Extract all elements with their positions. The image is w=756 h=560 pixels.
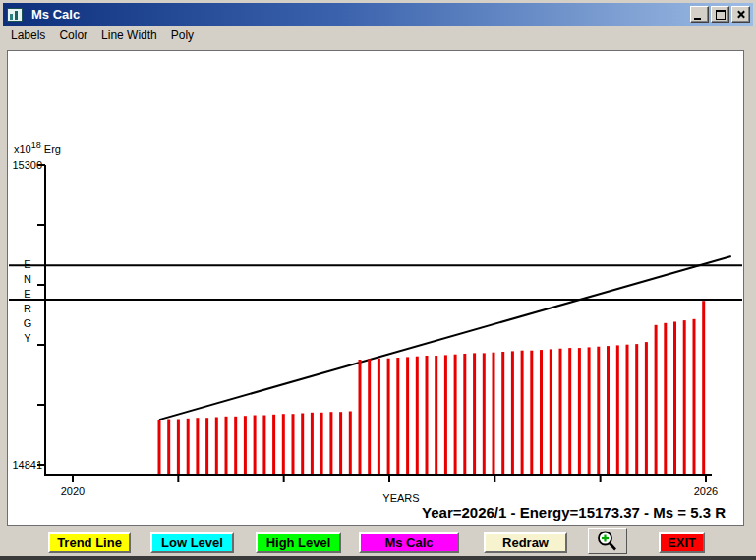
y-tick-label-top: 15300 (12, 159, 42, 171)
energy-bar (215, 418, 218, 475)
minimize-icon (694, 18, 701, 20)
menu-item-line-width[interactable]: Line Width (94, 27, 164, 44)
energy-bar (225, 417, 228, 474)
exit-button[interactable]: EXIT (659, 532, 705, 553)
y-axis-word-letter: E (24, 258, 30, 270)
energy-bar (616, 345, 619, 474)
energy-bar (196, 418, 199, 474)
energy-bar (559, 349, 562, 474)
energy-bar (501, 352, 504, 474)
trend-line-button[interactable]: Trend Line (48, 532, 131, 553)
x-axis-title: YEARS (382, 492, 419, 504)
energy-bar (550, 349, 552, 474)
menu-item-poly[interactable]: Poly (164, 27, 201, 44)
energy-bar (655, 325, 658, 474)
energy-bar (626, 345, 629, 474)
energy-bar (693, 319, 696, 474)
energy-bar (205, 418, 208, 474)
app-icon[interactable] (7, 8, 23, 22)
energy-bar (683, 320, 686, 474)
energy-bar (396, 358, 399, 474)
energy-bar (282, 414, 285, 474)
energy-bar (368, 359, 371, 474)
energy-bar (540, 350, 543, 474)
maximize-button[interactable] (711, 6, 729, 23)
energy-bar (511, 351, 514, 474)
close-button[interactable] (731, 6, 750, 23)
maximize-icon (716, 10, 726, 20)
x-tick-label-first: 2020 (61, 485, 85, 497)
energy-bar (521, 351, 524, 474)
energy-bar (454, 355, 457, 474)
y-unit-label: x1018 Erg (14, 140, 61, 155)
chart-canvas[interactable]: 153001484120202026YEARSx1018 ErgENERGY Y… (7, 50, 744, 526)
energy-bar (416, 357, 419, 474)
energy-bar (673, 322, 676, 475)
energy-bar (444, 355, 447, 474)
y-axis-word-letter: N (24, 273, 31, 285)
energy-bar (702, 301, 705, 474)
low-level-button[interactable]: Low Level (150, 532, 234, 553)
energy-bar (635, 344, 638, 474)
energy-bar (597, 347, 600, 474)
menu-item-color[interactable]: Color (52, 27, 94, 44)
energy-bar (262, 416, 265, 475)
energy-bar (588, 347, 591, 474)
magnifier-plus-icon (596, 530, 619, 553)
energy-bar (463, 354, 466, 474)
energy-bar (607, 346, 610, 474)
energy-bar (187, 419, 190, 474)
energy-bar (301, 414, 304, 475)
energy-bar (311, 413, 314, 474)
energy-bar (329, 412, 332, 474)
energy-bar (435, 356, 437, 474)
window-controls (688, 6, 750, 23)
ms-calc-button[interactable]: Ms Calc (359, 532, 459, 553)
energy-bar (483, 353, 486, 474)
window-title: Ms Calc (31, 7, 80, 22)
x-tick-label-last: 2026 (694, 485, 718, 497)
energy-bar (645, 342, 648, 474)
menu-bar: Labels Color Line Width Poly (3, 26, 753, 44)
y-axis-word-letter: E (24, 288, 30, 300)
energy-bar (339, 412, 342, 474)
menu-item-labels[interactable]: Labels (4, 27, 52, 44)
energy-bar (530, 351, 533, 474)
energy-bar (406, 357, 409, 474)
y-tick-label-bottom: 14841 (12, 459, 42, 471)
energy-bar (426, 356, 429, 474)
energy-bar (378, 359, 380, 474)
window-titlebar[interactable]: Ms Calc (3, 3, 753, 26)
y-axis-word-letter: G (24, 317, 32, 329)
status-readout: Year=2026/1 - Energy=15173.37 - Ms = 5.3… (422, 504, 726, 521)
energy-bar (158, 420, 161, 474)
energy-bar (664, 323, 667, 474)
close-icon (736, 10, 745, 19)
y-axis-word-letter: Y (24, 332, 31, 344)
energy-bar (349, 412, 352, 475)
redraw-button[interactable]: Redraw (484, 532, 567, 553)
energy-bar (493, 353, 495, 474)
energy-bar (387, 359, 390, 474)
energy-bar (473, 353, 476, 474)
energy-bar (244, 416, 247, 474)
chart-svg[interactable]: 153001484120202026YEARSx1018 ErgENERGY (8, 51, 743, 525)
energy-bar (359, 360, 362, 474)
energy-bar (177, 420, 180, 475)
bottom-window-edge (0, 556, 756, 560)
energy-bar (234, 417, 237, 474)
high-level-button[interactable]: High Level (256, 532, 341, 553)
minimize-button[interactable] (690, 6, 709, 23)
energy-bar (320, 413, 323, 474)
y-axis-word-letter: R (24, 303, 31, 314)
energy-bar (568, 348, 571, 474)
energy-bar (578, 348, 581, 474)
zoom-button[interactable] (588, 528, 627, 554)
energy-bar (292, 414, 295, 474)
energy-bar (254, 416, 257, 475)
energy-bar (272, 415, 275, 474)
energy-bar (167, 420, 170, 475)
